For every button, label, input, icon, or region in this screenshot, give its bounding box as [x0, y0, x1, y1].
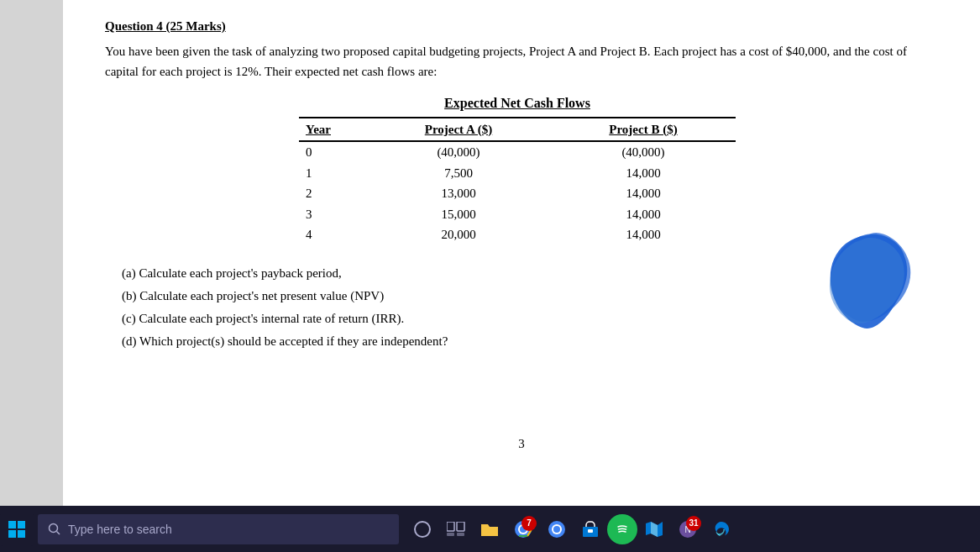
task-view-icon — [447, 522, 465, 537]
cell-project-b: (40,000) — [551, 141, 736, 163]
edge-icon — [712, 520, 731, 539]
intro-paragraph: You have been given the task of analyzin… — [105, 41, 930, 81]
file-explorer-icon — [480, 521, 500, 538]
table-row: 213,00014,000 — [299, 183, 736, 204]
document-content: Question 4 (25 Marks) You have been give… — [105, 17, 930, 353]
cash-flow-table-container: Expected Net Cash Flows Year Project A (… — [299, 93, 736, 245]
windows-icon — [7, 519, 27, 539]
col-header-year: Year — [299, 118, 366, 142]
svg-rect-6 — [447, 522, 454, 531]
cell-project-b: 14,000 — [551, 224, 736, 245]
edge-button[interactable] — [705, 513, 738, 546]
svg-line-5 — [57, 531, 60, 534]
chrome-button[interactable]: 7 — [506, 513, 540, 546]
svg-rect-17 — [588, 529, 593, 533]
table-row: 0(40,000)(40,000) — [299, 141, 736, 163]
col-header-project-b: Project B ($) — [551, 118, 736, 142]
question-heading: Question 4 (25 Marks) — [105, 17, 930, 36]
spotify-icon — [613, 520, 631, 539]
question-item: (d) Which project(s) should be accepted … — [122, 330, 930, 353]
left-sidebar — [0, 0, 63, 506]
store-button[interactable] — [574, 513, 607, 546]
table-row: 315,00014,000 — [299, 204, 736, 225]
cell-year: 0 — [299, 141, 366, 163]
spotify-button[interactable] — [607, 514, 637, 544]
search-placeholder: Type here to search — [68, 523, 172, 536]
svg-rect-0 — [8, 521, 16, 528]
svg-rect-9 — [457, 533, 464, 536]
cell-project-b: 14,000 — [551, 183, 736, 204]
cell-year: 3 — [299, 204, 366, 225]
maps-button[interactable] — [637, 513, 671, 546]
cell-project-a: 15,000 — [366, 204, 551, 225]
table-title: Expected Net Cash Flows — [299, 93, 736, 113]
cash-flow-table: Year Project A ($) Project B ($) 0(40,00… — [299, 117, 736, 245]
cell-year: 4 — [299, 224, 366, 245]
cell-project-b: 14,000 — [551, 163, 736, 184]
document-area: Question 4 (25 Marks) You have been give… — [63, 0, 980, 506]
start-button[interactable] — [0, 513, 34, 546]
question-item: (c) Calculate each project's internal ra… — [122, 308, 930, 330]
app-badge-button[interactable]: N 31 — [671, 513, 705, 546]
cortana-button[interactable] — [406, 513, 439, 546]
svg-rect-7 — [457, 522, 464, 531]
cell-project-a: 7,500 — [366, 163, 551, 184]
table-row: 17,50014,000 — [299, 163, 736, 184]
cell-year: 2 — [299, 183, 366, 204]
question-item: (a) Calculate each project's payback per… — [122, 262, 930, 285]
taskbar: Type here to search 7 — [0, 506, 980, 552]
chrome-badge: 7 — [521, 516, 537, 531]
svg-rect-2 — [8, 530, 16, 538]
cell-project-a: 13,000 — [366, 183, 551, 204]
cell-project-b: 14,000 — [551, 204, 736, 225]
questions-section: (a) Calculate each project's payback per… — [105, 262, 930, 353]
svg-point-15 — [553, 526, 560, 533]
search-bar[interactable]: Type here to search — [38, 514, 399, 544]
page-number: 3 — [518, 437, 525, 451]
table-row: 420,00014,000 — [299, 224, 736, 245]
svg-rect-3 — [18, 530, 25, 538]
svg-rect-8 — [447, 533, 454, 536]
store-icon — [581, 520, 600, 539]
col-header-project-a: Project A ($) — [366, 118, 551, 142]
cell-project-a: (40,000) — [366, 141, 551, 163]
search-icon — [48, 523, 61, 536]
ink-blot — [820, 227, 913, 336]
chrome-solid-icon — [547, 519, 567, 539]
svg-point-4 — [50, 523, 58, 532]
svg-rect-1 — [18, 521, 25, 528]
question-item: (b) Calculate each project's net present… — [122, 285, 930, 308]
file-explorer-button[interactable] — [473, 513, 506, 546]
cell-year: 1 — [299, 163, 366, 184]
app-badge-31: 31 — [686, 516, 701, 531]
cell-project-a: 20,000 — [366, 224, 551, 245]
task-view-button[interactable] — [439, 513, 473, 546]
chrome-solid-button[interactable] — [540, 513, 574, 546]
maps-icon — [645, 520, 663, 539]
cortana-circle-icon — [414, 521, 431, 538]
svg-marker-20 — [651, 522, 658, 537]
